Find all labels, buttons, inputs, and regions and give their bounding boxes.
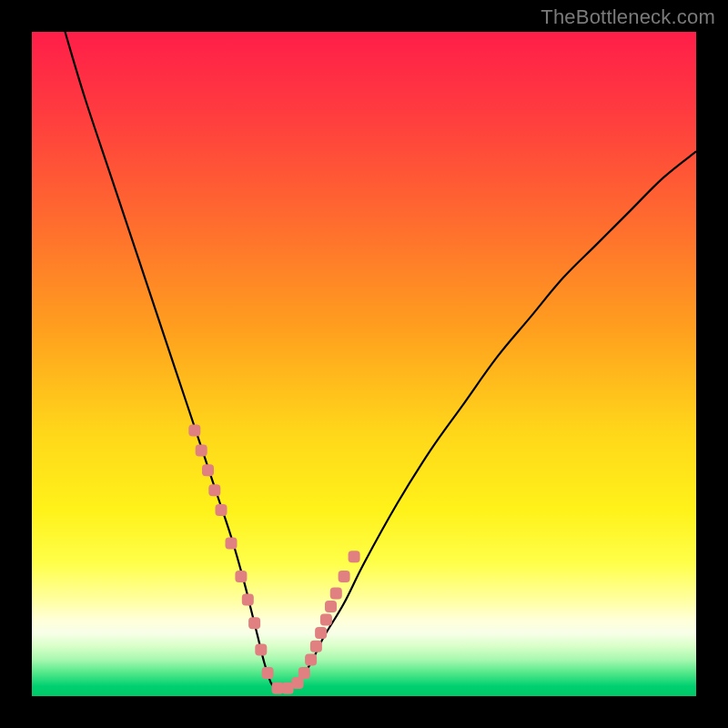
plot-area	[32, 32, 696, 696]
marker-point	[196, 444, 207, 456]
marker-point	[262, 667, 274, 679]
marker-point	[320, 614, 332, 626]
marker-point	[325, 601, 337, 612]
watermark-text: TheBottleneck.com	[541, 5, 715, 29]
marker-point	[339, 571, 350, 582]
bottleneck-curve	[66, 32, 697, 691]
marker-point	[202, 464, 214, 476]
marker-point	[248, 617, 260, 629]
marker-point	[349, 551, 360, 562]
marker-point	[315, 627, 327, 639]
marker-point	[216, 504, 228, 516]
marker-point	[208, 484, 220, 496]
marker-point	[235, 571, 247, 582]
marker-point	[242, 594, 254, 606]
marker-point	[188, 425, 200, 437]
outer-frame: TheBottleneck.com	[0, 0, 728, 728]
marker-point	[298, 667, 310, 679]
marker-point	[255, 643, 267, 655]
marker-point	[226, 538, 238, 550]
chart-canvas	[32, 32, 696, 696]
highlight-markers	[188, 425, 359, 694]
marker-point	[310, 641, 322, 652]
marker-point	[305, 653, 317, 665]
marker-point	[330, 587, 342, 599]
